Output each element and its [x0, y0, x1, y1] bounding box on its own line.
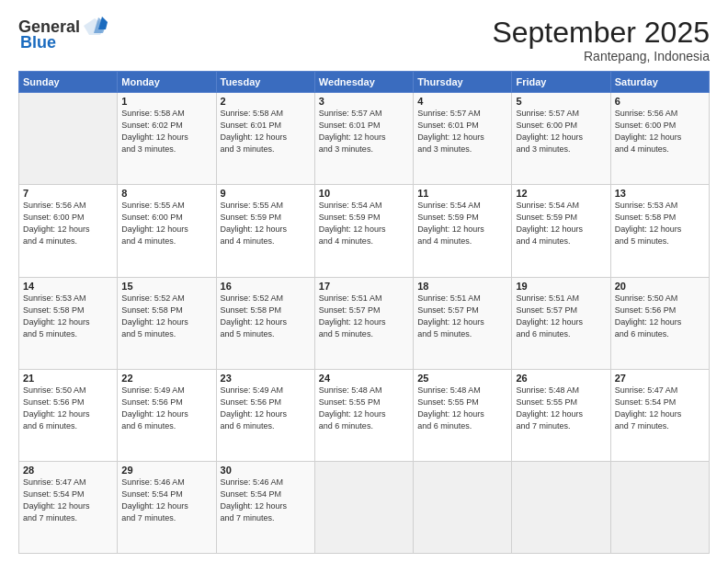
- day-number: 13: [615, 188, 705, 199]
- calendar-cell: 5Sunrise: 5:57 AM Sunset: 6:00 PM Daylig…: [512, 93, 610, 185]
- day-number: 8: [121, 188, 211, 199]
- day-detail: Sunrise: 5:54 AM Sunset: 5:59 PM Dayligh…: [516, 200, 606, 247]
- page: General Blue September 2025 Rantepang, I…: [0, 0, 728, 563]
- day-detail: Sunrise: 5:51 AM Sunset: 5:57 PM Dayligh…: [516, 293, 606, 340]
- day-number: 2: [221, 96, 311, 107]
- day-number: 1: [121, 96, 211, 107]
- calendar-cell: 6Sunrise: 5:56 AM Sunset: 6:00 PM Daylig…: [610, 93, 709, 185]
- day-number: 22: [121, 373, 211, 384]
- calendar-cell: 1Sunrise: 5:58 AM Sunset: 6:02 PM Daylig…: [118, 93, 216, 185]
- calendar-cell: 9Sunrise: 5:55 AM Sunset: 5:59 PM Daylig…: [216, 185, 314, 277]
- day-detail: Sunrise: 5:46 AM Sunset: 5:54 PM Dayligh…: [121, 477, 211, 524]
- calendar-cell: [414, 461, 512, 553]
- day-detail: Sunrise: 5:53 AM Sunset: 5:58 PM Dayligh…: [23, 293, 113, 340]
- day-number: 10: [319, 188, 409, 199]
- day-detail: Sunrise: 5:50 AM Sunset: 5:56 PM Dayligh…: [615, 293, 705, 340]
- logo-icon: [82, 17, 108, 37]
- calendar-cell: 18Sunrise: 5:51 AM Sunset: 5:57 PM Dayli…: [414, 277, 512, 369]
- day-detail: Sunrise: 5:48 AM Sunset: 5:55 PM Dayligh…: [516, 385, 606, 432]
- day-number: 20: [615, 281, 705, 292]
- day-detail: Sunrise: 5:49 AM Sunset: 5:56 PM Dayligh…: [121, 385, 211, 432]
- calendar-cell: 10Sunrise: 5:54 AM Sunset: 5:59 PM Dayli…: [314, 185, 413, 277]
- day-detail: Sunrise: 5:50 AM Sunset: 5:56 PM Dayligh…: [23, 385, 113, 432]
- month-title: September 2025: [492, 17, 710, 49]
- col-header-sunday: Sunday: [19, 72, 118, 93]
- day-detail: Sunrise: 5:49 AM Sunset: 5:56 PM Dayligh…: [221, 385, 311, 432]
- calendar-cell: [19, 93, 118, 185]
- header: General Blue September 2025 Rantepang, I…: [18, 17, 710, 63]
- day-number: 21: [23, 373, 113, 384]
- day-detail: Sunrise: 5:47 AM Sunset: 5:54 PM Dayligh…: [615, 385, 705, 432]
- day-number: 25: [417, 373, 507, 384]
- day-number: 29: [121, 465, 211, 476]
- week-row-4: 21Sunrise: 5:50 AM Sunset: 5:56 PM Dayli…: [19, 369, 710, 461]
- day-detail: Sunrise: 5:55 AM Sunset: 6:00 PM Dayligh…: [121, 200, 211, 247]
- calendar-cell: 22Sunrise: 5:49 AM Sunset: 5:56 PM Dayli…: [118, 369, 216, 461]
- calendar-cell: 29Sunrise: 5:46 AM Sunset: 5:54 PM Dayli…: [118, 461, 216, 553]
- day-number: 18: [417, 281, 507, 292]
- col-header-friday: Friday: [512, 72, 610, 93]
- day-number: 5: [516, 96, 606, 107]
- day-number: 7: [23, 188, 113, 199]
- day-number: 12: [516, 188, 606, 199]
- calendar-cell: 27Sunrise: 5:47 AM Sunset: 5:54 PM Dayli…: [610, 369, 709, 461]
- day-detail: Sunrise: 5:48 AM Sunset: 5:55 PM Dayligh…: [319, 385, 409, 432]
- day-detail: Sunrise: 5:46 AM Sunset: 5:54 PM Dayligh…: [221, 477, 311, 524]
- col-header-monday: Monday: [118, 72, 216, 93]
- calendar-cell: 13Sunrise: 5:53 AM Sunset: 5:58 PM Dayli…: [610, 185, 709, 277]
- day-detail: Sunrise: 5:52 AM Sunset: 5:58 PM Dayligh…: [121, 293, 211, 340]
- logo: General Blue: [18, 17, 108, 52]
- day-detail: Sunrise: 5:51 AM Sunset: 5:57 PM Dayligh…: [319, 293, 409, 340]
- calendar-cell: 21Sunrise: 5:50 AM Sunset: 5:56 PM Dayli…: [19, 369, 118, 461]
- calendar-cell: 23Sunrise: 5:49 AM Sunset: 5:56 PM Dayli…: [216, 369, 314, 461]
- day-detail: Sunrise: 5:57 AM Sunset: 6:01 PM Dayligh…: [417, 108, 507, 155]
- day-detail: Sunrise: 5:58 AM Sunset: 6:02 PM Dayligh…: [121, 108, 211, 155]
- calendar-cell: 15Sunrise: 5:52 AM Sunset: 5:58 PM Dayli…: [118, 277, 216, 369]
- day-detail: Sunrise: 5:48 AM Sunset: 5:55 PM Dayligh…: [417, 385, 507, 432]
- day-number: 3: [319, 96, 409, 107]
- day-detail: Sunrise: 5:58 AM Sunset: 6:01 PM Dayligh…: [221, 108, 311, 155]
- calendar-cell: 8Sunrise: 5:55 AM Sunset: 6:00 PM Daylig…: [118, 185, 216, 277]
- day-number: 15: [121, 281, 211, 292]
- logo-blue: Blue: [20, 33, 56, 52]
- day-detail: Sunrise: 5:47 AM Sunset: 5:54 PM Dayligh…: [23, 477, 113, 524]
- calendar-cell: 28Sunrise: 5:47 AM Sunset: 5:54 PM Dayli…: [19, 461, 118, 553]
- day-detail: Sunrise: 5:57 AM Sunset: 6:00 PM Dayligh…: [516, 108, 606, 155]
- calendar-cell: 12Sunrise: 5:54 AM Sunset: 5:59 PM Dayli…: [512, 185, 610, 277]
- calendar-cell: 20Sunrise: 5:50 AM Sunset: 5:56 PM Dayli…: [610, 277, 709, 369]
- day-number: 19: [516, 281, 606, 292]
- calendar-cell: 17Sunrise: 5:51 AM Sunset: 5:57 PM Dayli…: [314, 277, 413, 369]
- col-header-saturday: Saturday: [610, 72, 709, 93]
- calendar-cell: 25Sunrise: 5:48 AM Sunset: 5:55 PM Dayli…: [414, 369, 512, 461]
- calendar-cell: [314, 461, 413, 553]
- calendar-cell: 2Sunrise: 5:58 AM Sunset: 6:01 PM Daylig…: [216, 93, 314, 185]
- day-detail: Sunrise: 5:51 AM Sunset: 5:57 PM Dayligh…: [417, 293, 507, 340]
- day-detail: Sunrise: 5:54 AM Sunset: 5:59 PM Dayligh…: [417, 200, 507, 247]
- calendar-cell: 7Sunrise: 5:56 AM Sunset: 6:00 PM Daylig…: [19, 185, 118, 277]
- calendar-cell: 30Sunrise: 5:46 AM Sunset: 5:54 PM Dayli…: [216, 461, 314, 553]
- week-row-3: 14Sunrise: 5:53 AM Sunset: 5:58 PM Dayli…: [19, 277, 710, 369]
- day-number: 23: [221, 373, 311, 384]
- day-number: 11: [417, 188, 507, 199]
- calendar-cell: 4Sunrise: 5:57 AM Sunset: 6:01 PM Daylig…: [414, 93, 512, 185]
- calendar-cell: [512, 461, 610, 553]
- day-detail: Sunrise: 5:53 AM Sunset: 5:58 PM Dayligh…: [615, 200, 705, 247]
- day-number: 28: [23, 465, 113, 476]
- week-row-5: 28Sunrise: 5:47 AM Sunset: 5:54 PM Dayli…: [19, 461, 710, 553]
- calendar-cell: 14Sunrise: 5:53 AM Sunset: 5:58 PM Dayli…: [19, 277, 118, 369]
- day-detail: Sunrise: 5:52 AM Sunset: 5:58 PM Dayligh…: [221, 293, 311, 340]
- calendar-table: SundayMondayTuesdayWednesdayThursdayFrid…: [18, 71, 710, 554]
- calendar-cell: 24Sunrise: 5:48 AM Sunset: 5:55 PM Dayli…: [314, 369, 413, 461]
- col-header-wednesday: Wednesday: [314, 72, 413, 93]
- day-number: 14: [23, 281, 113, 292]
- day-detail: Sunrise: 5:56 AM Sunset: 6:00 PM Dayligh…: [23, 200, 113, 247]
- col-header-tuesday: Tuesday: [216, 72, 314, 93]
- day-number: 16: [221, 281, 311, 292]
- calendar-cell: 11Sunrise: 5:54 AM Sunset: 5:59 PM Dayli…: [414, 185, 512, 277]
- week-row-2: 7Sunrise: 5:56 AM Sunset: 6:00 PM Daylig…: [19, 185, 710, 277]
- week-row-1: 1Sunrise: 5:58 AM Sunset: 6:02 PM Daylig…: [19, 93, 710, 185]
- title-block: September 2025 Rantepang, Indonesia: [492, 17, 710, 63]
- day-number: 26: [516, 373, 606, 384]
- calendar-header-row: SundayMondayTuesdayWednesdayThursdayFrid…: [19, 72, 710, 93]
- calendar-cell: [610, 461, 709, 553]
